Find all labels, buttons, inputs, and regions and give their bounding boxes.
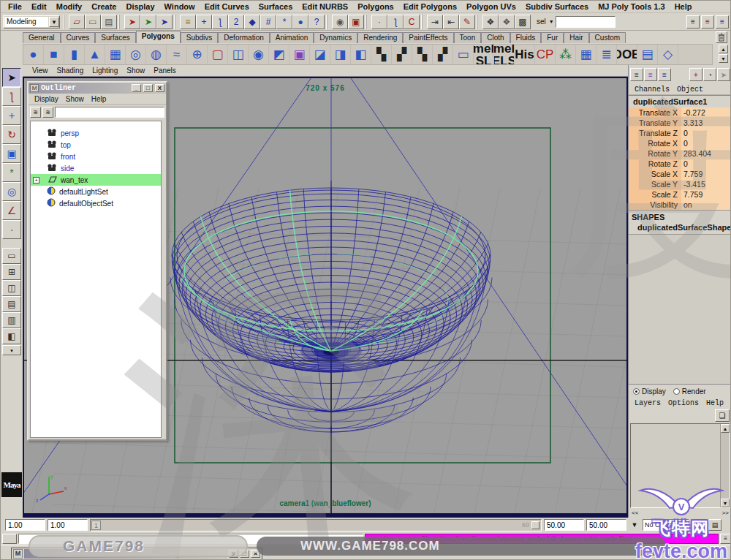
channelbox-menu-channels[interactable]: Channels — [632, 86, 673, 94]
last-tool[interactable]: · — [2, 220, 21, 239]
channelbox-view-2-icon[interactable]: ≡ — [644, 68, 657, 81]
layer-stack-icon[interactable]: ≣ — [596, 45, 617, 64]
snap-grid-icon[interactable]: + — [196, 15, 212, 29]
menu-edit[interactable]: Edit — [27, 1, 51, 12]
layout-persp-outliner-button[interactable]: ▤ — [2, 296, 21, 312]
subdiv-proxy-icon[interactable]: ▣ — [289, 45, 310, 64]
outliner-item-wan-tex[interactable]: +wan_tex — [31, 174, 161, 186]
menu-edit-polygons[interactable]: Edit Polygons — [399, 1, 461, 12]
menu-subdiv-surfaces[interactable]: Subdiv Surfaces — [521, 1, 593, 12]
uv-checker-1-icon[interactable]: ▚ — [371, 45, 392, 64]
outliner-menu-help[interactable]: Help — [88, 95, 110, 103]
channel-name[interactable]: Translate X — [629, 108, 681, 117]
poly-helix-icon[interactable]: ≈ — [167, 45, 187, 64]
render-radio[interactable]: Render — [673, 387, 706, 396]
soft-modification-tool[interactable]: ◎ — [2, 182, 21, 201]
poly-plane-icon[interactable]: ▦ — [105, 45, 126, 64]
shelf-tab-dynamics[interactable]: Dynamics — [314, 32, 357, 43]
command-line-input[interactable] — [18, 534, 363, 544]
channel-value[interactable]: 7.759 — [681, 189, 731, 200]
channel-value[interactable]: 0 — [681, 159, 731, 169]
manip-xyz-icon[interactable]: + — [689, 68, 702, 81]
lock-selection-icon[interactable]: ◉ — [332, 15, 348, 29]
magnet-curve-icon[interactable]: ƪ — [387, 15, 404, 29]
outliner-menu-show[interactable]: Show — [63, 95, 87, 103]
shelf-tab-custom[interactable]: Custom — [589, 32, 626, 43]
construction-sphere-icon[interactable]: ● — [292, 15, 308, 29]
time-slider[interactable]: 1 60 — [90, 519, 542, 531]
channel-value[interactable]: 0 — [681, 128, 731, 138]
scroll-up-icon[interactable]: ▲ — [721, 424, 730, 433]
outliner-menu-display[interactable]: Display — [31, 95, 61, 103]
outliner-item-top[interactable]: top — [31, 139, 161, 151]
input-connections-icon[interactable]: ⇥ — [427, 15, 443, 29]
channel-name[interactable]: Scale X — [629, 170, 681, 178]
sel-caret-icon[interactable]: ▼ — [549, 19, 554, 24]
minimized-window[interactable]: M ﬠ □ × — [11, 548, 262, 560]
outliner-window[interactable]: M Outliner _ □ X DisplayShowHelp ≋ ≋ per… — [27, 81, 167, 441]
panel-menu-shading[interactable]: Shading — [53, 67, 88, 75]
poly-torus-icon[interactable]: ◎ — [126, 45, 146, 64]
panel-menu-view[interactable]: View — [29, 67, 52, 75]
channel-name[interactable]: Translate Y — [629, 118, 681, 127]
chevron-down-icon[interactable]: ▼ — [49, 17, 59, 27]
toggle-tool-settings-icon[interactable]: ≡ — [701, 15, 714, 29]
channel-name[interactable]: Rotate Z — [629, 159, 681, 168]
outliner-item-side[interactable]: side — [31, 162, 161, 174]
outliner-item-front[interactable]: front — [31, 151, 161, 162]
render-globals-icon[interactable]: ▩ — [515, 15, 531, 29]
open-scene-icon[interactable]: ▭ — [85, 15, 101, 29]
shelf-tab-cloth[interactable]: Cloth — [481, 32, 510, 43]
layout-hypergraph-button[interactable]: ◧ — [2, 328, 21, 344]
shelf-tab-fluids[interactable]: Fluids — [510, 32, 542, 43]
mel-els-icon[interactable]: mel ELS — [494, 45, 515, 64]
shelf-scroll-down-icon[interactable]: ▼ — [719, 54, 728, 63]
panel-menu-panels[interactable]: Panels — [150, 67, 180, 75]
channel-name[interactable]: Scale Z — [629, 190, 681, 199]
auto-keyframe-icon[interactable]: ⚷ — [692, 519, 706, 531]
outliner-search-input[interactable] — [55, 107, 164, 118]
selection-mask-icon[interactable]: ≡ — [180, 15, 196, 29]
menu-polygon-uvs[interactable]: Polygon UVs — [462, 1, 520, 12]
command-line-grip[interactable] — [2, 534, 17, 544]
current-time-field[interactable] — [5, 519, 45, 531]
universal-manipulator-tool[interactable]: * — [2, 163, 21, 182]
maximize-icon[interactable]: □ — [240, 550, 249, 558]
mel-sl-icon[interactable]: mel SL — [474, 45, 494, 64]
shelf-tab-toon[interactable]: Toon — [454, 32, 482, 43]
menu-create[interactable]: Create — [87, 1, 121, 12]
uv-strip-icon[interactable]: ▤ — [637, 45, 658, 64]
outliner-filter-icon[interactable]: ≋ — [30, 107, 41, 118]
manip-arrow-icon[interactable]: ➤ — [717, 68, 730, 81]
channel-name[interactable]: Visibility — [629, 200, 681, 209]
outliner-item-defaultobjectset[interactable]: defaultObjectSet — [31, 197, 161, 209]
snap-point-icon[interactable]: 2 — [228, 15, 244, 29]
channel-name[interactable]: Translate Z — [629, 129, 681, 137]
select-component-icon[interactable]: ➤ — [156, 15, 173, 29]
current-frame-marker[interactable]: 1 — [91, 521, 101, 530]
duplicate-face-icon[interactable]: ▢ — [208, 45, 228, 64]
shelf-tab-animation[interactable]: Animation — [270, 32, 314, 43]
save-scene-icon[interactable]: ▤ — [101, 15, 117, 29]
menu-mj-poly-tools-1-3[interactable]: MJ Poly Tools 1.3 — [594, 1, 670, 12]
close-icon[interactable]: × — [251, 550, 260, 558]
smooth-icon[interactable]: ◨ — [330, 45, 351, 64]
uv-grid-icon[interactable]: ▦ — [576, 45, 596, 64]
animation-end-field[interactable] — [586, 519, 626, 531]
channelbox-node-name[interactable]: duplicatedSurface1 — [629, 96, 731, 107]
select-object-icon[interactable]: ➤ — [140, 15, 156, 29]
move-tool[interactable]: + — [2, 106, 21, 125]
poly-cylinder-icon[interactable]: ▮ — [64, 45, 85, 64]
shelf-tab-curves[interactable]: Curves — [61, 32, 96, 43]
panel-menu-show[interactable]: Show — [123, 67, 148, 75]
character-set-dropdown[interactable]: No Chara — [643, 519, 689, 531]
menu-surfaces[interactable]: Surfaces — [254, 1, 297, 12]
maximize-icon[interactable]: □ — [143, 84, 153, 92]
mirror-geometry-icon[interactable]: ◧ — [351, 45, 371, 64]
channel-value[interactable]: -0.272 — [681, 107, 731, 118]
help-mode-icon[interactable]: ? — [308, 15, 325, 29]
playback-end-field[interactable] — [544, 519, 584, 531]
flip-uv-icon[interactable]: ◇ — [658, 45, 678, 64]
uv-editor-window-icon[interactable]: ▭ — [453, 45, 474, 64]
uv-checker-2-icon[interactable]: ▞ — [392, 45, 412, 64]
